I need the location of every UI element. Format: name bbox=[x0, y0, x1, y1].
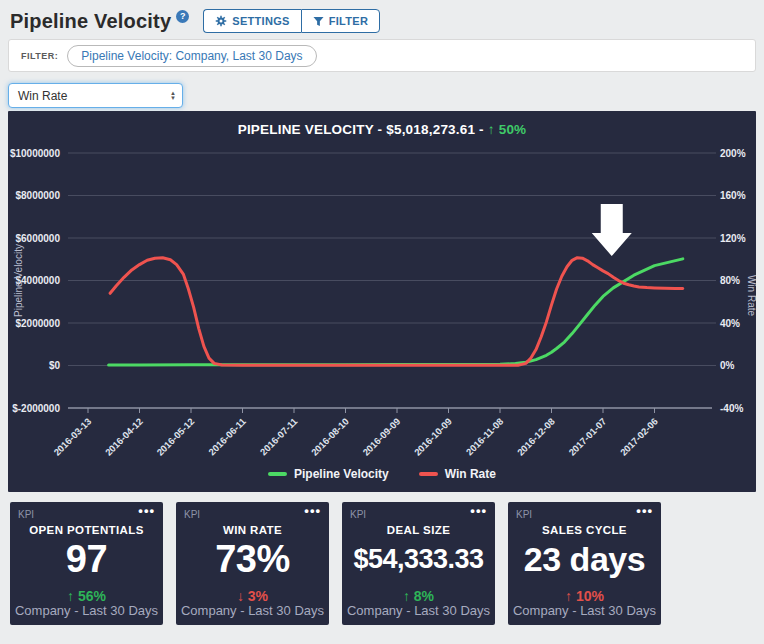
svg-text:-40%: -40% bbox=[720, 403, 743, 414]
svg-text:$6000000: $6000000 bbox=[16, 233, 61, 244]
kpi-card-open-potentials: KPI ••• OPEN POTENTIALS 97 ↑ 56% Company… bbox=[10, 502, 163, 625]
help-icon[interactable]: ? bbox=[176, 10, 189, 23]
kpi-title: SALES CYCLE bbox=[508, 524, 661, 536]
metric-select[interactable]: Win Rate ▲▼ bbox=[8, 83, 183, 108]
kpi-title: WIN RATE bbox=[176, 524, 329, 536]
kpi-card-deal-size: KPI ••• DEAL SIZE $54,333.33 ↑ 8% Compan… bbox=[342, 502, 495, 625]
kpi-value: 97 bbox=[10, 537, 163, 581]
svg-text:2016-07-11: 2016-07-11 bbox=[258, 415, 300, 457]
svg-text:$2000000: $2000000 bbox=[16, 318, 61, 329]
pipeline-velocity-swatch bbox=[268, 472, 287, 476]
settings-button-label: SETTINGS bbox=[232, 15, 289, 27]
kpi-title: OPEN POTENTIALS bbox=[10, 524, 163, 536]
kpi-tag: KPI bbox=[18, 509, 34, 520]
legend-item-pipeline-velocity[interactable]: Pipeline Velocity bbox=[268, 467, 389, 481]
kpi-card-sales-cycle: KPI ••• SALES CYCLE 23 days ↑ 10% Compan… bbox=[508, 502, 661, 625]
svg-text:2016-04-12: 2016-04-12 bbox=[103, 416, 145, 458]
filter-bar: FILTER: Pipeline Velocity: Company, Last… bbox=[8, 39, 756, 72]
kpi-footer: Company - Last 30 Days bbox=[176, 603, 329, 618]
kpi-footer: Company - Last 30 Days bbox=[508, 603, 661, 618]
kpi-menu-button[interactable]: ••• bbox=[470, 503, 487, 518]
kpi-tag: KPI bbox=[184, 509, 200, 520]
header: Pipeline Velocity ? SETTINGS FILTER bbox=[0, 0, 764, 39]
svg-text:40%: 40% bbox=[720, 318, 740, 329]
select-stepper-icon: ▲▼ bbox=[170, 91, 176, 101]
svg-text:2016-12-08: 2016-12-08 bbox=[515, 416, 557, 458]
settings-button[interactable]: SETTINGS bbox=[203, 9, 300, 33]
svg-text:$0: $0 bbox=[49, 360, 61, 371]
kpi-card-win-rate: KPI ••• WIN RATE 73% ↓ 3% Company - Last… bbox=[176, 502, 329, 625]
kpi-menu-button[interactable]: ••• bbox=[304, 503, 321, 518]
filter-button-label: FILTER bbox=[329, 15, 368, 27]
svg-text:160%: 160% bbox=[720, 190, 746, 201]
kpi-row: KPI ••• OPEN POTENTIALS 97 ↑ 56% Company… bbox=[10, 502, 764, 625]
kpi-menu-button[interactable]: ••• bbox=[636, 503, 653, 518]
svg-text:2016-08-10: 2016-08-10 bbox=[309, 416, 351, 458]
header-button-group: SETTINGS FILTER bbox=[203, 9, 380, 33]
svg-text:80%: 80% bbox=[720, 275, 740, 286]
svg-text:Pipeline Velocity: Pipeline Velocity bbox=[13, 244, 24, 317]
kpi-delta-3: ↑ 10% bbox=[508, 588, 661, 604]
kpi-value: 73% bbox=[176, 537, 329, 581]
chart-panel: PIPELINE VELOCITY - $5,018,273.61 - ↑ 50… bbox=[8, 111, 756, 492]
filter-button[interactable]: FILTER bbox=[301, 9, 380, 33]
kpi-footer: Company - Last 30 Days bbox=[342, 603, 495, 618]
svg-text:2016-11-08: 2016-11-08 bbox=[464, 416, 506, 458]
gear-icon bbox=[215, 15, 227, 27]
svg-text:2016-10-09: 2016-10-09 bbox=[412, 416, 454, 458]
kpi-delta-1: ↓ 3% bbox=[176, 588, 329, 604]
svg-text:120%: 120% bbox=[720, 233, 746, 244]
kpi-tag: KPI bbox=[350, 509, 366, 520]
kpi-title: DEAL SIZE bbox=[342, 524, 495, 536]
kpi-value: 23 days bbox=[508, 537, 661, 581]
funnel-icon bbox=[313, 16, 324, 27]
metric-select-value: Win Rate bbox=[18, 89, 67, 103]
pipeline-velocity-chart[interactable]: $10000000200%$8000000160%$6000000120%$40… bbox=[8, 111, 756, 492]
svg-text:2017-01-07: 2017-01-07 bbox=[566, 416, 608, 458]
svg-text:0%: 0% bbox=[720, 360, 735, 371]
svg-text:$8000000: $8000000 bbox=[16, 190, 61, 201]
svg-text:2016-09-09: 2016-09-09 bbox=[360, 416, 402, 458]
kpi-menu-button[interactable]: ••• bbox=[138, 503, 155, 518]
svg-text:2016-05-12: 2016-05-12 bbox=[154, 416, 196, 458]
svg-text:$10000000: $10000000 bbox=[10, 148, 60, 159]
chart-legend: Pipeline Velocity Win Rate bbox=[8, 467, 756, 481]
up-arrow-icon: ↑ bbox=[403, 588, 410, 604]
page-title: Pipeline Velocity bbox=[10, 10, 171, 33]
svg-text:2017-02-06: 2017-02-06 bbox=[618, 416, 660, 458]
svg-text:200%: 200% bbox=[720, 148, 746, 159]
svg-text:2016-03-13: 2016-03-13 bbox=[51, 416, 93, 458]
svg-text:2016-06-11: 2016-06-11 bbox=[206, 415, 248, 457]
kpi-footer: Company - Last 30 Days bbox=[10, 603, 163, 618]
svg-text:Win Rate: Win Rate bbox=[746, 275, 756, 317]
win-rate-swatch bbox=[419, 472, 438, 476]
legend-item-win-rate[interactable]: Win Rate bbox=[419, 467, 496, 481]
kpi-delta-2: ↑ 8% bbox=[342, 588, 495, 604]
filter-chip[interactable]: Pipeline Velocity: Company, Last 30 Days bbox=[67, 45, 316, 67]
filter-bar-label: FILTER: bbox=[21, 51, 58, 61]
svg-text:$-2000000: $-2000000 bbox=[12, 403, 60, 414]
down-arrow-icon: ↓ bbox=[237, 588, 244, 604]
up-arrow-icon: ↑ bbox=[565, 588, 572, 604]
kpi-tag: KPI bbox=[516, 509, 532, 520]
metric-select-row: Win Rate ▲▼ bbox=[8, 83, 764, 108]
kpi-delta-0: ↑ 56% bbox=[10, 588, 163, 604]
kpi-value: $54,333.33 bbox=[342, 537, 495, 581]
up-arrow-icon: ↑ bbox=[67, 588, 74, 604]
